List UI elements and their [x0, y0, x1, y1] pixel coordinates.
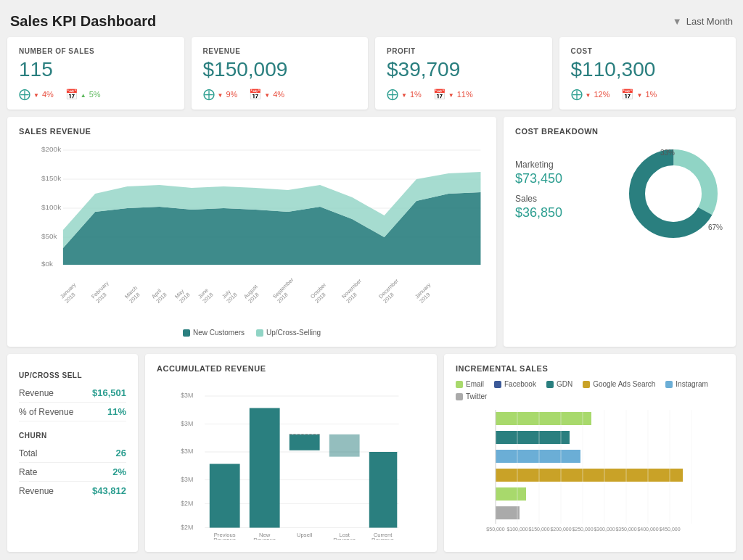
cost-item-sales-value: $36,850: [515, 205, 615, 221]
legend-label-facebook: Facebook: [504, 380, 536, 388]
legend-label-new-customers: New Customers: [193, 329, 245, 337]
svg-text:Revenue: Revenue: [333, 537, 356, 540]
cost-item-marketing: Marketing $73,450: [515, 160, 615, 186]
kpi-value-profit: $39,709: [387, 58, 541, 81]
waterfall-bar-new: [250, 408, 280, 528]
churn-rate-row: Rate 2%: [19, 463, 126, 482]
svg-point-14: [648, 168, 699, 219]
kpi-label-cost: COST: [571, 47, 725, 55]
svg-text:$200k: $200k: [41, 145, 61, 152]
bar-google: [496, 487, 526, 501]
kpi-row: NUMBER OF SALES 115 ⨁ 4% 📅 5% REVENUE $1…: [7, 37, 736, 110]
bar-gdn: [496, 431, 570, 444]
bottom-row: UP/CROSS SELL Revenue $16,501 % of Reven…: [7, 354, 736, 552]
incremental-legend: Email Facebook GDN Google Ads Search Ins…: [456, 380, 724, 400]
sales-revenue-chart: $200k $150k $100k $50k $0k: [19, 143, 485, 288]
sales-revenue-legend: New Customers Up/Cross-Selling: [19, 329, 485, 337]
target-icon: ⨁: [19, 87, 30, 101]
sales-revenue-svg: $200k $150k $100k $50k $0k: [19, 143, 485, 288]
kpi-card-profit: PROFIT $39,709 ⨁ 1% 📅 11%: [375, 37, 552, 110]
kpi-metrics-cost: ⨁ 12% 📅 1%: [571, 87, 725, 101]
legend-facebook: Facebook: [494, 380, 536, 388]
profit-period-arrow: [448, 90, 454, 99]
legend-label-gdn: GDN: [557, 380, 572, 388]
upcross-pct-value: 11%: [107, 406, 126, 417]
kpi-card-number-of-sales: NUMBER OF SALES 115 ⨁ 4% 📅 5%: [7, 37, 184, 110]
incremental-bar-svg: $50,000 $100,000 $150,000 $200,000 $250,…: [456, 406, 724, 533]
svg-text:$50,000: $50,000: [486, 527, 504, 532]
kpi-card-cost: COST $110,300 ⨁ 12% 📅 1%: [559, 37, 736, 110]
legend-email: Email: [456, 380, 484, 388]
legend-dot-twitter: [456, 393, 463, 400]
svg-text:$250,000: $250,000: [572, 527, 593, 532]
svg-text:$2M: $2M: [181, 500, 193, 507]
sales-period-value: 5%: [89, 90, 101, 99]
svg-text:$50k: $50k: [41, 232, 57, 239]
svg-text:$350,000: $350,000: [615, 527, 636, 532]
svg-text:$3M: $3M: [181, 392, 193, 399]
legend-twitter: Twitter: [456, 392, 487, 400]
cost-breakdown-panel: COST BREAKDOWN Marketing $73,450 Sales $…: [504, 117, 736, 347]
waterfall-bar-previous: [210, 464, 240, 528]
donut-chart: 33% 67%: [623, 143, 724, 244]
legend-gdn: GDN: [546, 380, 572, 388]
svg-text:$150k: $150k: [41, 174, 61, 181]
revenue-target-value: 9%: [226, 90, 237, 99]
sales-revenue-panel: SALES REVENUE $200k $150k $100k $50k $0k: [7, 117, 496, 347]
dashboard-footer: ⨁ Percentage above or below target 📅 Com…: [7, 552, 736, 560]
bar-email: [496, 412, 591, 425]
kpi-metric-target-revenue: ⨁ 9%: [203, 87, 238, 101]
filter-control[interactable]: ▼ Last Month: [673, 16, 733, 27]
kpi-card-revenue: REVENUE $150,009 ⨁ 9% 📅 4%: [192, 37, 369, 110]
svg-text:$100k: $100k: [41, 203, 61, 210]
kpi-metric-period-cost: 📅 1%: [621, 87, 657, 101]
upcross-pct-row: % of Revenue 11%: [19, 403, 126, 421]
dashboard-header: Sales KPI Dashboard ▼ Last Month: [7, 7, 736, 37]
revenue-period-value: 4%: [273, 90, 284, 99]
bar-instagram: [496, 450, 580, 463]
profit-target-arrow: [401, 90, 407, 99]
svg-text:Revenue: Revenue: [213, 537, 236, 540]
profit-period-value: 11%: [457, 90, 473, 99]
svg-text:$3M: $3M: [181, 476, 193, 483]
dashboard: Sales KPI Dashboard ▼ Last Month NUMBER …: [7, 7, 736, 560]
sales-target-value: 4%: [42, 90, 54, 99]
churn-revenue-label: Revenue: [19, 486, 54, 496]
legend-instagram: Instagram: [665, 380, 707, 388]
svg-text:$450,000: $450,000: [659, 527, 680, 532]
revenue-target-arrow: [218, 90, 223, 99]
cost-breakdown-content: Marketing $73,450 Sales $36,850: [515, 143, 724, 244]
churn-total-row: Total 26: [19, 444, 126, 463]
svg-text:$2M: $2M: [181, 524, 193, 531]
churn-revenue-value: $43,812: [92, 485, 126, 496]
legend-dot-google: [583, 381, 590, 388]
calendar-icon: 📅: [65, 88, 78, 100]
profit-target-value: 1%: [410, 90, 422, 99]
dashboard-title: Sales KPI Dashboard: [10, 13, 156, 30]
cost-item-marketing-value: $73,450: [515, 171, 615, 186]
cost-target-value: 12%: [594, 90, 609, 99]
cost-breakdown-title: COST BREAKDOWN: [515, 127, 724, 136]
accumulated-revenue-panel: ACCUMULATED REVENUE $3M $3M $3M $3M $2M …: [145, 354, 437, 552]
svg-text:$200,000: $200,000: [550, 527, 571, 532]
churn-title: CHURN: [19, 432, 126, 440]
sales-revenue-title: SALES REVENUE: [19, 127, 485, 136]
legend-dot-upcross: [256, 329, 263, 337]
cost-item-sales: Sales $36,850: [515, 194, 615, 221]
calendar-icon-4: 📅: [621, 88, 633, 100]
kpi-metrics-revenue: ⨁ 9% 📅 4%: [203, 87, 357, 101]
cost-item-marketing-name: Marketing: [515, 160, 615, 170]
upcross-revenue-label: Revenue: [19, 388, 54, 398]
cost-period-value: 1%: [645, 90, 657, 99]
kpi-metric-target-cost: ⨁ 12%: [571, 87, 610, 101]
legend-new-customers: New Customers: [183, 329, 245, 337]
kpi-label-revenue: REVENUE: [203, 47, 357, 55]
filter-icon: ▼: [673, 16, 682, 27]
legend-google-ads: Google Ads Search: [583, 380, 655, 388]
upcross-title: UP/CROSS SELL: [19, 371, 126, 379]
legend-label-google: Google Ads Search: [593, 380, 655, 388]
kpi-value-sales: 115: [19, 58, 173, 81]
kpi-value-cost: $110,300: [571, 58, 725, 81]
svg-text:$400,000: $400,000: [637, 527, 658, 532]
bar-facebook: [496, 469, 683, 482]
